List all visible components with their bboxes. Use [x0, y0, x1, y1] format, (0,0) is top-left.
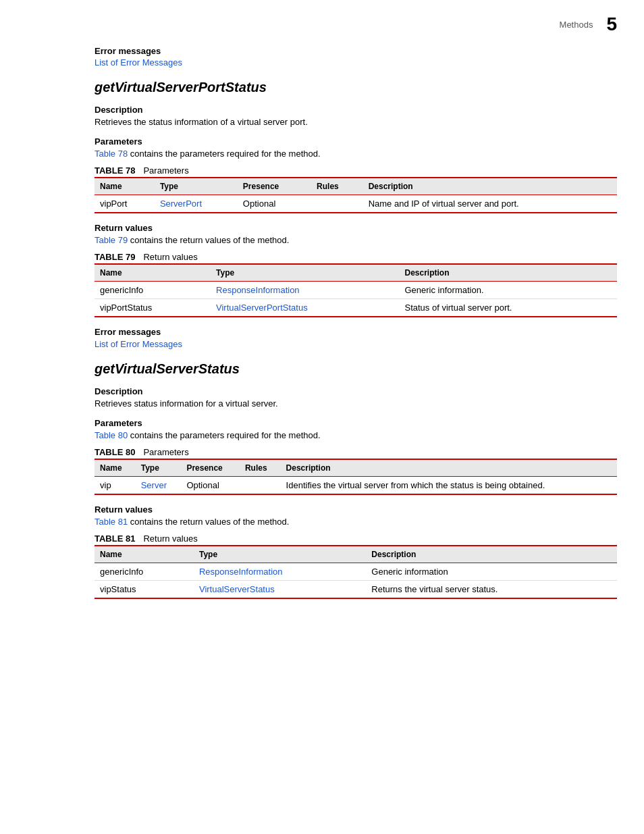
table80-name: Parameters: [143, 447, 188, 457]
method2-return-label: Return values: [95, 504, 617, 515]
table78: Name Type Presence Rules Description vip…: [95, 177, 617, 213]
table81-header-row: Name Type Description: [95, 546, 617, 563]
table-row: vip Server Optional Identifies the virtu…: [95, 477, 617, 495]
table79-name: Return values: [143, 252, 197, 262]
table78-col-type: Type: [155, 178, 238, 195]
table78-title-row: TABLE 78 Parameters: [95, 165, 617, 176]
page-header: Methods 5: [27, 14, 617, 35]
table80-col-type: Type: [136, 459, 182, 477]
cell-description: Status of virtual server port.: [399, 299, 617, 317]
method2-table80-link[interactable]: Table 80: [95, 430, 128, 440]
method1-table79-link[interactable]: Table 79: [95, 235, 128, 245]
cell-type[interactable]: ResponseInformation: [211, 282, 399, 299]
table81-col-description: Description: [366, 546, 617, 563]
table80: Name Type Presence Rules Description vip…: [95, 459, 617, 495]
method1-return-label: Return values: [95, 223, 617, 233]
error-messages-top: Error messages List of Error Messages: [95, 46, 617, 68]
method2-return-intro: Table 81 contains the return values of t…: [95, 517, 617, 527]
cell-presence: Optional: [238, 195, 311, 213]
cell-name: vipPortStatus: [95, 299, 211, 317]
cell-description: Generic information: [366, 563, 617, 581]
table-row: genericInfo ResponseInformation Generic …: [95, 282, 617, 299]
table80-label: TABLE 80: [95, 447, 135, 457]
table-row: vipPortStatus VirtualServerPortStatus St…: [95, 299, 617, 317]
table78-col-rules: Rules: [311, 178, 363, 195]
method1-description-label: Description: [95, 105, 617, 115]
method1-table78-link[interactable]: Table 78: [95, 149, 128, 159]
table79: Name Type Description genericInfo Respon…: [95, 263, 617, 317]
table78-col-name: Name: [95, 178, 155, 195]
table78-header-row: Name Type Presence Rules Description: [95, 178, 617, 195]
table79-col-name: Name: [95, 264, 211, 282]
table78-col-description: Description: [363, 178, 617, 195]
cell-type[interactable]: VirtualServerStatus: [194, 581, 366, 599]
table80-col-name: Name: [95, 459, 136, 477]
method1-title: getVirtualServerPortStatus: [95, 80, 617, 95]
table78-label: TABLE 78: [95, 165, 135, 176]
table80-col-rules: Rules: [240, 459, 281, 477]
cell-description: Identifies the virtual server from which…: [281, 477, 617, 495]
method1-return-intro: Table 79 contains the return values of t…: [95, 235, 617, 245]
table81-col-name: Name: [95, 546, 194, 563]
table79-label: TABLE 79: [95, 252, 135, 262]
table81-name: Return values: [143, 533, 197, 544]
table80-col-presence: Presence: [181, 459, 240, 477]
cell-rules: [311, 195, 363, 213]
table-row: genericInfo ResponseInformation Generic …: [95, 563, 617, 581]
cell-name: genericInfo: [95, 563, 194, 581]
method2-title: getVirtualServerStatus: [95, 361, 617, 377]
method2-parameters-label: Parameters: [95, 418, 617, 428]
cell-name: vipStatus: [95, 581, 194, 599]
cell-description: Name and IP of virtual server and port.: [363, 195, 617, 213]
method1-error-label: Error messages: [95, 327, 617, 337]
cell-name: vip: [95, 477, 136, 495]
cell-description: Generic information.: [399, 282, 617, 299]
table81: Name Type Description genericInfo Respon…: [95, 545, 617, 599]
method1-parameters-intro: Table 78 contains the parameters require…: [95, 149, 617, 159]
method2-description-text: Retrieves status information for a virtu…: [95, 398, 617, 409]
table79-col-type: Type: [211, 264, 399, 282]
table79-header-row: Name Type Description: [95, 264, 617, 282]
table81-label: TABLE 81: [95, 533, 135, 544]
table81-col-type: Type: [194, 546, 366, 563]
table81-title-row: TABLE 81 Return values: [95, 533, 617, 544]
cell-presence: Optional: [181, 477, 240, 495]
cell-description: Returns the virtual server status.: [366, 581, 617, 599]
cell-type[interactable]: ResponseInformation: [194, 563, 366, 581]
page-number: 5: [606, 14, 617, 35]
method1-error-link[interactable]: List of Error Messages: [95, 339, 182, 349]
table79-title-row: TABLE 79 Return values: [95, 252, 617, 262]
cell-type[interactable]: ServerPort: [155, 195, 238, 213]
table80-col-description: Description: [281, 459, 617, 477]
table78-col-presence: Presence: [238, 178, 311, 195]
cell-name: genericInfo: [95, 282, 211, 299]
method2-parameters-intro: Table 80 contains the parameters require…: [95, 430, 617, 440]
section-label: Methods: [560, 20, 593, 30]
cell-type[interactable]: VirtualServerPortStatus: [211, 299, 399, 317]
method1-description-text: Retrieves the status information of a vi…: [95, 117, 617, 127]
table79-col-description: Description: [399, 264, 617, 282]
method2-section: getVirtualServerStatus Description Retri…: [95, 361, 617, 599]
table80-header-row: Name Type Presence Rules Description: [95, 459, 617, 477]
cell-name: vipPort: [95, 195, 155, 213]
method1-parameters-label: Parameters: [95, 136, 617, 147]
cell-type[interactable]: Server: [136, 477, 182, 495]
error-messages-link-top[interactable]: List of Error Messages: [95, 57, 182, 68]
table80-title-row: TABLE 80 Parameters: [95, 447, 617, 457]
error-messages-label-top: Error messages: [95, 46, 617, 56]
table78-name: Parameters: [143, 165, 188, 176]
method1-section: getVirtualServerPortStatus Description R…: [95, 80, 617, 349]
table-row: vipStatus VirtualServerStatus Returns th…: [95, 581, 617, 599]
cell-rules: [240, 477, 281, 495]
table-row: vipPort ServerPort Optional Name and IP …: [95, 195, 617, 213]
method2-table81-link[interactable]: Table 81: [95, 517, 128, 527]
method2-description-label: Description: [95, 386, 617, 396]
